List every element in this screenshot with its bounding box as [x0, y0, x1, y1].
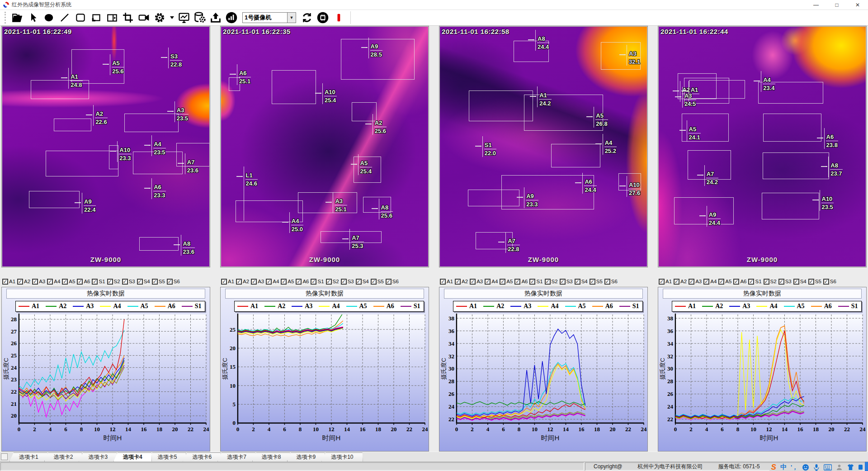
device-status-button[interactable]	[316, 11, 330, 24]
bottom-tab-9[interactable]: 选项卡9	[287, 452, 326, 461]
toolbar-grip[interactable]	[5, 12, 6, 24]
ime-punctuation-icon[interactable]: '，	[791, 463, 798, 471]
camera-view-2[interactable]: 2021-11-01 16:22:35A928.5A625.1A1025.4A2…	[220, 26, 429, 267]
series-checkbox-A5[interactable]: ✓A5	[281, 279, 294, 285]
camera-select[interactable]: 1号摄像机 ▼	[242, 12, 296, 23]
series-checkbox-S2[interactable]: ✓S2	[326, 279, 339, 285]
series-checkbox-S4[interactable]: ✓S4	[793, 279, 807, 285]
series-checkbox-S2[interactable]: ✓S2	[107, 279, 120, 285]
sogou-logo-icon[interactable]: S	[771, 463, 776, 471]
bottom-tab-2[interactable]: 选项卡2	[44, 452, 83, 461]
series-checkbox-A2[interactable]: ✓A2	[17, 279, 30, 285]
series-checkbox-A1[interactable]: ✓A1	[659, 279, 672, 285]
series-checkbox-A4[interactable]: ✓A4	[703, 279, 717, 285]
tab-corner-button[interactable]	[1, 453, 8, 460]
series-checkbox-A1[interactable]: ✓A1	[440, 279, 453, 285]
open-folder-button[interactable]	[10, 11, 24, 24]
ime-skin-icon[interactable]	[847, 464, 854, 471]
series-checkbox-S3[interactable]: ✓S3	[341, 279, 354, 285]
series-checkbox-A4[interactable]: ✓A4	[266, 279, 279, 285]
series-checkbox-A5[interactable]: ✓A5	[718, 279, 731, 285]
ime-language-icon[interactable]: 中	[780, 463, 787, 471]
ime-account-icon[interactable]	[836, 464, 843, 471]
legend-label: A5	[141, 303, 148, 310]
series-checkbox-A5[interactable]: ✓A5	[62, 279, 75, 285]
series-checkbox-A3[interactable]: ✓A3	[470, 279, 483, 285]
settings-button[interactable]	[153, 11, 166, 24]
series-checkbox-A3[interactable]: ✓A3	[689, 279, 702, 285]
series-checkbox-S6[interactable]: ✓S6	[823, 279, 836, 285]
series-checkbox-S2[interactable]: ✓S2	[764, 279, 777, 285]
series-checkbox-S5[interactable]: ✓S5	[152, 279, 165, 285]
statistics-button[interactable]	[225, 11, 238, 24]
ime-emoji-icon[interactable]	[802, 464, 809, 471]
camera-view-1[interactable]: 2021-11-01 16:22:49S322.8A525.6A124.8A22…	[1, 26, 210, 267]
ime-keyboard-icon[interactable]	[824, 464, 832, 471]
line-tool-button[interactable]	[58, 11, 71, 24]
camera-select-arrow-icon[interactable]: ▼	[288, 12, 296, 23]
series-checkbox-S1[interactable]: ✓S1	[529, 279, 542, 285]
checkbox-checked-icon: ✓	[47, 279, 53, 285]
series-checkbox-A5[interactable]: ✓A5	[500, 279, 513, 285]
series-checkbox-S1[interactable]: ✓S1	[92, 279, 105, 285]
series-checkbox-S6[interactable]: ✓S6	[167, 279, 180, 285]
export-button[interactable]	[209, 11, 222, 24]
settings-dropdown-button[interactable]	[169, 11, 175, 24]
series-checkbox-A2[interactable]: ✓A2	[674, 279, 687, 285]
series-checkbox-S3[interactable]: ✓S3	[778, 279, 792, 285]
series-checkbox-S6[interactable]: ✓S6	[386, 279, 399, 285]
series-checkbox-A2[interactable]: ✓A2	[236, 279, 249, 285]
series-checkbox-S3[interactable]: ✓S3	[122, 279, 135, 285]
bottom-tab-3[interactable]: 选项卡3	[79, 452, 117, 461]
monitor-chart-button[interactable]	[177, 11, 191, 24]
checkbox-label: S2	[114, 279, 120, 284]
camera-view-3[interactable]: 2021-11-01 16:22:58A824.4A332.1A124.2A52…	[439, 26, 648, 267]
minimize-button[interactable]: —	[806, 0, 826, 10]
series-checkbox-S1[interactable]: ✓S1	[311, 279, 324, 285]
series-checkbox-A6[interactable]: ✓A6	[296, 279, 309, 285]
series-checkbox-S3[interactable]: ✓S3	[560, 279, 573, 285]
series-checkbox-S6[interactable]: ✓S6	[604, 279, 618, 285]
series-checkbox-S5[interactable]: ✓S5	[590, 279, 603, 285]
close-button[interactable]: ✕	[847, 0, 868, 10]
alarm-stop-button[interactable]	[332, 11, 345, 24]
series-checkbox-S4[interactable]: ✓S4	[575, 279, 588, 285]
ime-mic-icon[interactable]	[813, 464, 820, 471]
series-checkbox-A6[interactable]: ✓A6	[733, 279, 746, 285]
rectangle-tool-button[interactable]	[74, 11, 87, 24]
refresh-button[interactable]	[300, 11, 314, 24]
bottom-tab-5[interactable]: 选项卡5	[148, 452, 187, 461]
select-cursor-button[interactable]	[26, 11, 40, 24]
series-checkbox-A1[interactable]: ✓A1	[2, 279, 15, 285]
database-settings-button[interactable]	[193, 11, 207, 24]
series-checkbox-A1[interactable]: ✓A1	[221, 279, 234, 285]
series-checkbox-A3[interactable]: ✓A3	[251, 279, 264, 285]
maximize-button[interactable]: □	[826, 0, 847, 10]
crop-tool-button[interactable]	[121, 11, 135, 24]
bottom-tab-10[interactable]: 选项卡10	[321, 452, 363, 461]
series-checkbox-A6[interactable]: ✓A6	[514, 279, 528, 285]
series-checkbox-S4[interactable]: ✓S4	[356, 279, 369, 285]
series-checkbox-A4[interactable]: ✓A4	[485, 279, 498, 285]
region-tool-button[interactable]	[90, 11, 103, 24]
series-checkbox-S5[interactable]: ✓S5	[808, 279, 821, 285]
ime-toolbox-icon[interactable]	[859, 464, 863, 471]
series-checkbox-A3[interactable]: ✓A3	[32, 279, 45, 285]
ellipse-tool-button[interactable]	[42, 11, 56, 24]
series-checkbox-S4[interactable]: ✓S4	[137, 279, 150, 285]
series-checkbox-S5[interactable]: ✓S5	[371, 279, 384, 285]
series-checkbox-A6[interactable]: ✓A6	[77, 279, 90, 285]
bottom-tab-7[interactable]: 选项卡7	[217, 452, 256, 461]
camera-view-4[interactable]: 2021-11-01 16:22:44A2A1A324.5A423.4A524.…	[658, 26, 867, 267]
series-checkbox-S2[interactable]: ✓S2	[545, 279, 558, 285]
bottom-tab-6[interactable]: 选项卡6	[183, 452, 221, 461]
bottom-tab-8[interactable]: 选项卡8	[252, 452, 291, 461]
series-checkbox-S1[interactable]: ✓S1	[748, 279, 761, 285]
series-checkbox-A4[interactable]: ✓A4	[47, 279, 60, 285]
series-checkbox-A2[interactable]: ✓A2	[455, 279, 468, 285]
bottom-tab-1[interactable]: 选项卡1	[9, 452, 48, 461]
bottom-tab-4[interactable]: 选项卡4	[113, 452, 152, 461]
annotation-label: A525.4	[360, 160, 372, 175]
video-frame-button[interactable]	[105, 11, 119, 24]
camera-record-button[interactable]	[137, 11, 151, 24]
